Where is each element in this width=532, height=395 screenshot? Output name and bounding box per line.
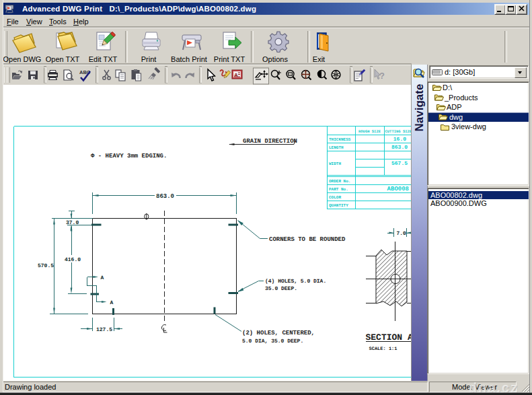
svg-text:16.0: 16.0 xyxy=(393,137,406,143)
svg-text:QUANTITY: QUANTITY xyxy=(329,203,348,208)
svg-text:Φ - HEAVY 3mm EDGING.: Φ - HEAVY 3mm EDGING. xyxy=(91,153,167,159)
svg-text:35.0 DEEP.: 35.0 DEEP. xyxy=(265,286,297,292)
svg-text:?: ? xyxy=(379,71,385,81)
svg-text:37.0: 37.0 xyxy=(66,220,79,226)
svg-text:A: A xyxy=(110,300,114,306)
svg-text:5.0 DIA, 35.0 DEEP.: 5.0 DIA, 35.0 DEEP. xyxy=(242,338,303,345)
svg-text:PART No.: PART No. xyxy=(329,187,348,192)
svg-text:CORNERS TO BE ROUNDED: CORNERS TO BE ROUNDED xyxy=(269,236,346,243)
svg-text:(2) HOLES, CENTERED,: (2) HOLES, CENTERED, xyxy=(242,330,315,336)
svg-text:GRAIN DIRECTION: GRAIN DIRECTION xyxy=(243,138,297,145)
svg-text:416.0: 416.0 xyxy=(65,257,81,263)
svg-text:CUTTING SIZE: CUTTING SIZE xyxy=(385,129,412,134)
svg-text:(4) HOLES, 5.0 DIA.: (4) HOLES, 5.0 DIA. xyxy=(265,279,326,285)
svg-text:LENGTH: LENGTH xyxy=(329,145,344,150)
svg-text:3view-dwg: 3view-dwg xyxy=(451,122,486,131)
svg-text:ADP: ADP xyxy=(447,103,462,111)
svg-text:SCALE: 1:1: SCALE: 1:1 xyxy=(369,347,397,352)
svg-text:SECTION A: SECTION A xyxy=(366,332,412,343)
svg-text:567.5: 567.5 xyxy=(391,161,408,167)
svg-text:127.5: 127.5 xyxy=(96,327,112,333)
svg-text:_Products: _Products xyxy=(444,94,478,102)
svg-text:THICKNESS: THICKNESS xyxy=(329,137,351,142)
svg-text:863.0: 863.0 xyxy=(391,145,408,151)
svg-text:COLOR: COLOR xyxy=(329,195,341,200)
svg-text:ROUGH SIZE: ROUGH SIZE xyxy=(358,129,381,134)
svg-text:A: A xyxy=(101,275,104,281)
svg-text:ABO008: ABO008 xyxy=(387,186,409,192)
svg-text:WIDTH: WIDTH xyxy=(329,161,341,166)
svg-text:ORDER No.: ORDER No. xyxy=(329,179,350,184)
svg-text:7.0: 7.0 xyxy=(397,231,407,237)
svg-text:D:\: D:\ xyxy=(443,83,453,92)
svg-text:dwg: dwg xyxy=(449,113,463,121)
svg-text:570.5: 570.5 xyxy=(38,263,54,269)
svg-text:863.0: 863.0 xyxy=(156,193,174,200)
